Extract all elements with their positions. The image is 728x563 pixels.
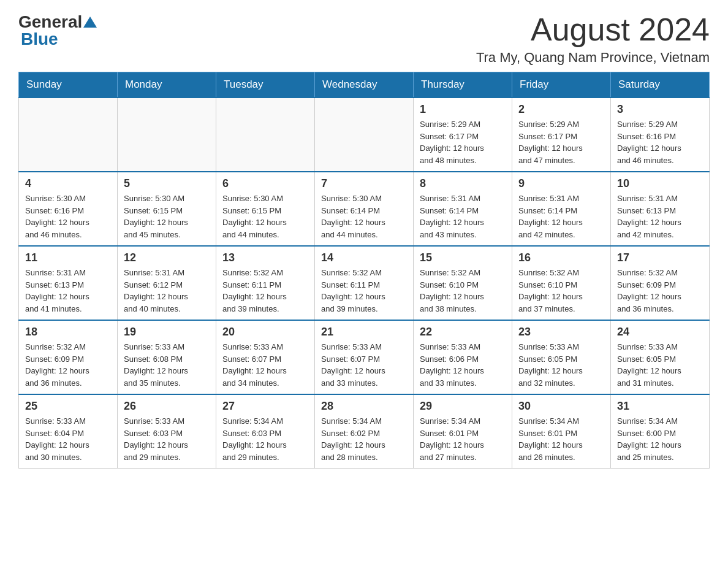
calendar-cell: 12Sunrise: 5:31 AMSunset: 6:12 PMDayligh…	[118, 246, 216, 320]
day-info: Sunrise: 5:31 AMSunset: 6:14 PMDaylight:…	[420, 193, 506, 240]
day-info: Sunrise: 5:33 AMSunset: 6:07 PMDaylight:…	[321, 341, 407, 389]
calendar-cell: 31Sunrise: 5:34 AMSunset: 6:00 PMDayligh…	[611, 394, 710, 469]
day-of-week-header: Wednesday	[315, 72, 414, 98]
day-info: Sunrise: 5:33 AMSunset: 6:03 PMDaylight:…	[124, 415, 210, 463]
day-info: Sunrise: 5:30 AMSunset: 6:15 PMDaylight:…	[222, 193, 308, 240]
day-info: Sunrise: 5:34 AMSunset: 6:00 PMDaylight:…	[617, 415, 703, 463]
calendar-cell: 27Sunrise: 5:34 AMSunset: 6:03 PMDayligh…	[216, 394, 315, 469]
title-section: August 2024 Tra My, Quang Nam Province, …	[476, 12, 710, 66]
day-number: 20	[222, 326, 308, 339]
calendar-cell: 4Sunrise: 5:30 AMSunset: 6:16 PMDaylight…	[19, 172, 118, 246]
day-number: 16	[518, 251, 604, 264]
day-number: 19	[124, 326, 210, 339]
month-title: August 2024	[476, 12, 710, 47]
day-number: 18	[25, 326, 111, 339]
calendar-cell: 29Sunrise: 5:34 AMSunset: 6:01 PMDayligh…	[414, 394, 512, 469]
week-row: 25Sunrise: 5:33 AMSunset: 6:04 PMDayligh…	[19, 394, 710, 469]
calendar-cell: 25Sunrise: 5:33 AMSunset: 6:04 PMDayligh…	[19, 394, 118, 469]
calendar-cell: 18Sunrise: 5:32 AMSunset: 6:09 PMDayligh…	[19, 320, 118, 394]
calendar-table: SundayMondayTuesdayWednesdayThursdayFrid…	[18, 72, 710, 469]
day-info: Sunrise: 5:34 AMSunset: 6:02 PMDaylight:…	[321, 415, 407, 463]
calendar-cell: 5Sunrise: 5:30 AMSunset: 6:15 PMDaylight…	[118, 172, 216, 246]
logo-blue-text: Blue	[21, 29, 58, 49]
calendar-cell: 2Sunrise: 5:29 AMSunset: 6:17 PMDaylight…	[512, 98, 611, 172]
day-info: Sunrise: 5:32 AMSunset: 6:10 PMDaylight:…	[518, 267, 604, 315]
calendar-cell: 28Sunrise: 5:34 AMSunset: 6:02 PMDayligh…	[315, 394, 414, 469]
day-number: 13	[222, 251, 308, 264]
day-info: Sunrise: 5:32 AMSunset: 6:09 PMDaylight:…	[617, 267, 703, 315]
logo-triangle-icon	[83, 15, 97, 29]
day-of-week-header: Sunday	[19, 72, 118, 98]
calendar-cell: 10Sunrise: 5:31 AMSunset: 6:13 PMDayligh…	[611, 172, 710, 246]
day-number: 30	[518, 400, 604, 413]
day-info: Sunrise: 5:31 AMSunset: 6:12 PMDaylight:…	[124, 267, 210, 315]
week-row: 4Sunrise: 5:30 AMSunset: 6:16 PMDaylight…	[19, 172, 710, 246]
day-number: 1	[420, 103, 506, 116]
day-info: Sunrise: 5:32 AMSunset: 6:11 PMDaylight:…	[321, 267, 407, 315]
calendar-cell	[315, 98, 414, 172]
calendar-cell: 22Sunrise: 5:33 AMSunset: 6:06 PMDayligh…	[414, 320, 512, 394]
day-number: 7	[321, 177, 407, 190]
day-info: Sunrise: 5:34 AMSunset: 6:03 PMDaylight:…	[222, 415, 308, 463]
calendar-cell: 7Sunrise: 5:30 AMSunset: 6:14 PMDaylight…	[315, 172, 414, 246]
calendar-cell: 30Sunrise: 5:34 AMSunset: 6:01 PMDayligh…	[512, 394, 611, 469]
calendar-cell: 15Sunrise: 5:32 AMSunset: 6:10 PMDayligh…	[414, 246, 512, 320]
calendar-cell: 20Sunrise: 5:33 AMSunset: 6:07 PMDayligh…	[216, 320, 315, 394]
day-info: Sunrise: 5:32 AMSunset: 6:11 PMDaylight:…	[222, 267, 308, 315]
day-number: 14	[321, 251, 407, 264]
week-row: 1Sunrise: 5:29 AMSunset: 6:17 PMDaylight…	[19, 98, 710, 172]
day-number: 23	[518, 326, 604, 339]
calendar-cell: 3Sunrise: 5:29 AMSunset: 6:16 PMDaylight…	[611, 98, 710, 172]
day-number: 9	[518, 177, 604, 190]
day-of-week-header: Thursday	[414, 72, 512, 98]
svg-marker-0	[83, 17, 97, 28]
calendar-cell: 26Sunrise: 5:33 AMSunset: 6:03 PMDayligh…	[118, 394, 216, 469]
day-info: Sunrise: 5:34 AMSunset: 6:01 PMDaylight:…	[420, 415, 506, 463]
day-info: Sunrise: 5:31 AMSunset: 6:14 PMDaylight:…	[518, 193, 604, 240]
calendar-header: SundayMondayTuesdayWednesdayThursdayFrid…	[19, 72, 710, 98]
calendar-cell	[19, 98, 118, 172]
day-info: Sunrise: 5:29 AMSunset: 6:17 PMDaylight:…	[518, 118, 604, 166]
day-info: Sunrise: 5:29 AMSunset: 6:16 PMDaylight:…	[617, 118, 703, 166]
day-info: Sunrise: 5:30 AMSunset: 6:15 PMDaylight:…	[124, 193, 210, 240]
day-number: 25	[25, 400, 111, 413]
day-info: Sunrise: 5:33 AMSunset: 6:04 PMDaylight:…	[25, 415, 111, 463]
calendar-cell: 14Sunrise: 5:32 AMSunset: 6:11 PMDayligh…	[315, 246, 414, 320]
day-info: Sunrise: 5:31 AMSunset: 6:13 PMDaylight:…	[617, 193, 703, 240]
day-number: 8	[420, 177, 506, 190]
calendar-cell: 19Sunrise: 5:33 AMSunset: 6:08 PMDayligh…	[118, 320, 216, 394]
calendar-cell	[216, 98, 315, 172]
day-number: 24	[617, 326, 703, 339]
day-of-week-header: Saturday	[611, 72, 710, 98]
day-of-week-header: Tuesday	[216, 72, 315, 98]
day-number: 11	[25, 251, 111, 264]
calendar-cell: 6Sunrise: 5:30 AMSunset: 6:15 PMDaylight…	[216, 172, 315, 246]
day-number: 4	[25, 177, 111, 190]
calendar-cell: 11Sunrise: 5:31 AMSunset: 6:13 PMDayligh…	[19, 246, 118, 320]
calendar-cell: 16Sunrise: 5:32 AMSunset: 6:10 PMDayligh…	[512, 246, 611, 320]
day-info: Sunrise: 5:31 AMSunset: 6:13 PMDaylight:…	[25, 267, 111, 315]
day-number: 26	[124, 400, 210, 413]
days-of-week-row: SundayMondayTuesdayWednesdayThursdayFrid…	[19, 72, 710, 98]
day-info: Sunrise: 5:33 AMSunset: 6:08 PMDaylight:…	[124, 341, 210, 389]
calendar-cell: 24Sunrise: 5:33 AMSunset: 6:05 PMDayligh…	[611, 320, 710, 394]
day-number: 5	[124, 177, 210, 190]
week-row: 11Sunrise: 5:31 AMSunset: 6:13 PMDayligh…	[19, 246, 710, 320]
page-header: General Blue August 2024 Tra My, Quang N…	[18, 12, 710, 66]
day-number: 12	[124, 251, 210, 264]
day-info: Sunrise: 5:33 AMSunset: 6:05 PMDaylight:…	[617, 341, 703, 389]
day-number: 29	[420, 400, 506, 413]
day-number: 3	[617, 103, 703, 116]
calendar-cell: 9Sunrise: 5:31 AMSunset: 6:14 PMDaylight…	[512, 172, 611, 246]
day-number: 21	[321, 326, 407, 339]
week-row: 18Sunrise: 5:32 AMSunset: 6:09 PMDayligh…	[19, 320, 710, 394]
day-info: Sunrise: 5:32 AMSunset: 6:09 PMDaylight:…	[25, 341, 111, 389]
calendar-cell: 21Sunrise: 5:33 AMSunset: 6:07 PMDayligh…	[315, 320, 414, 394]
day-number: 2	[518, 103, 604, 116]
day-of-week-header: Monday	[118, 72, 216, 98]
calendar-cell: 13Sunrise: 5:32 AMSunset: 6:11 PMDayligh…	[216, 246, 315, 320]
day-number: 22	[420, 326, 506, 339]
calendar-cell	[118, 98, 216, 172]
calendar-cell: 8Sunrise: 5:31 AMSunset: 6:14 PMDaylight…	[414, 172, 512, 246]
location-title: Tra My, Quang Nam Province, Vietnam	[476, 50, 710, 66]
